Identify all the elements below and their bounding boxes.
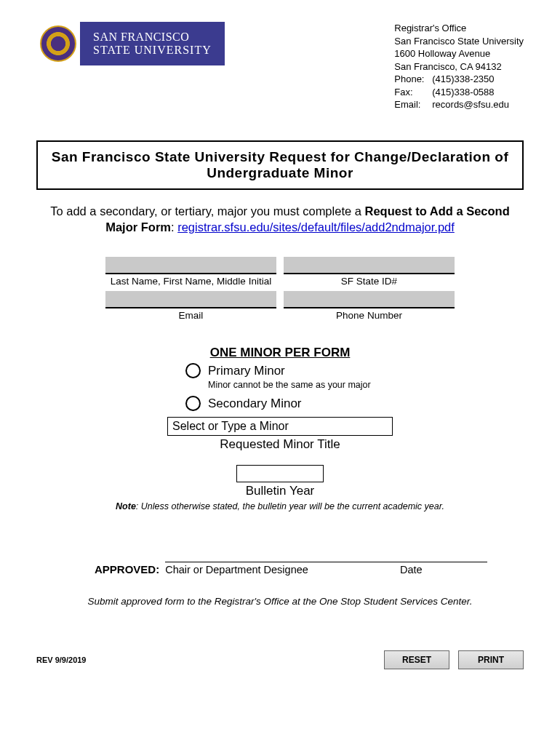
intro-sep: :	[171, 220, 177, 234]
approved-label: APPROVED:	[95, 563, 159, 575]
email-input[interactable]	[105, 291, 276, 308]
section-heading: ONE MINOR PER FORM	[36, 346, 524, 360]
reset-button[interactable]: RESET	[384, 650, 449, 669]
email-value: records@sfsu.edu	[432, 98, 509, 111]
print-button[interactable]: PRINT	[458, 650, 524, 669]
phone-label: Phone:	[394, 73, 432, 86]
name-input[interactable]	[105, 257, 276, 274]
secondary-minor-radio[interactable]	[185, 396, 201, 411]
footer: REV 9/9/2019 RESET PRINT	[36, 650, 524, 669]
seal-icon	[36, 22, 80, 65]
note-text: : Unless otherwise stated, the bulletin …	[136, 501, 444, 511]
primary-minor-note: Minor cannot be the same as your major	[185, 380, 404, 390]
form-title: San Francisco State University Request f…	[36, 140, 524, 190]
signature-line[interactable]	[165, 548, 487, 562]
date-label: Date	[400, 564, 487, 575]
fax-value: (415)338-0588	[432, 86, 494, 99]
bulletin-year-input[interactable]	[236, 465, 324, 482]
name-field-label: Last Name, First Name, Middle Initial	[105, 274, 276, 291]
bulletin-note: Note: Unless otherwise stated, the bulle…	[36, 501, 524, 511]
logo-line2: STATE UNIVERSITY	[93, 44, 212, 57]
note-bold: Note	[116, 501, 136, 511]
secondary-minor-label: Secondary Minor	[208, 397, 302, 411]
primary-minor-radio[interactable]	[185, 363, 201, 378]
address-univ: San Francisco State University	[394, 35, 524, 48]
email-label: Email:	[394, 98, 432, 111]
minor-type-radios: Primary Minor Minor cannot be the same a…	[156, 363, 404, 411]
logo-line1: SAN FRANCISCO	[93, 31, 212, 44]
minor-title-label: Requested Minor Title	[167, 437, 393, 452]
approval-row: APPROVED: Chair or Department Designee D…	[95, 548, 487, 575]
address-block: Registrar's Office San Francisco State U…	[394, 22, 524, 111]
address-citystate: San Francisco, CA 94132	[394, 60, 524, 73]
minor-title-input[interactable]	[167, 417, 393, 436]
address-street: 1600 Holloway Avenue	[394, 47, 524, 60]
university-logo: SAN FRANCISCO STATE UNIVERSITY	[36, 22, 225, 65]
id-field-label: SF State ID#	[284, 274, 455, 291]
revision-date: REV 9/9/2019	[36, 656, 87, 664]
chair-label: Chair or Department Designee	[165, 564, 400, 575]
minor-select-wrap: Requested Minor Title	[167, 417, 393, 452]
header: SAN FRANCISCO STATE UNIVERSITY Registrar…	[36, 22, 524, 111]
email-field-label: Email	[105, 308, 276, 325]
intro-text: To add a secondary, or tertiary, major y…	[36, 203, 524, 236]
phone-input[interactable]	[284, 291, 455, 308]
intro-link[interactable]: registrar.sfsu.edu/sites/default/files/a…	[177, 220, 455, 234]
primary-minor-label: Primary Minor	[208, 364, 285, 378]
bulletin-wrap: Bulletin Year	[207, 465, 353, 498]
address-office: Registrar's Office	[394, 22, 524, 35]
phone-value: (415)338-2350	[432, 73, 494, 86]
sfstate-id-input[interactable]	[284, 257, 455, 274]
bulletin-year-label: Bulletin Year	[207, 484, 353, 498]
phone-field-label: Phone Number	[284, 308, 455, 325]
intro-pre: To add a secondary, or tertiary, major y…	[50, 204, 364, 218]
student-info-fields: Last Name, First Name, Middle Initial SF…	[105, 257, 455, 325]
logo-text: SAN FRANCISCO STATE UNIVERSITY	[80, 25, 225, 63]
fax-label: Fax:	[394, 86, 432, 99]
submit-note: Submit approved form to the Registrar's …	[36, 596, 524, 607]
